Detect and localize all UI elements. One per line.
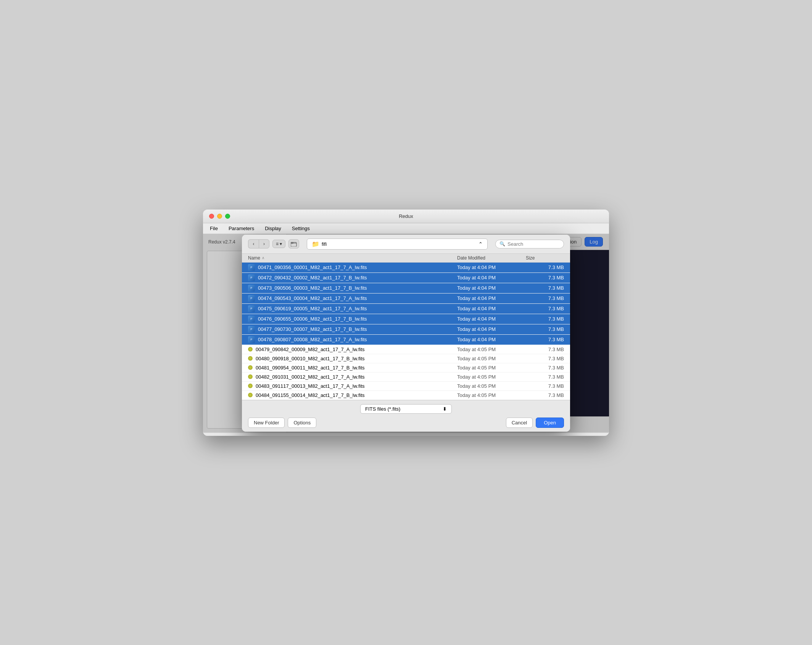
dialog-left-buttons: New Folder Options bbox=[248, 418, 316, 428]
file-size: 7.3 MB bbox=[526, 316, 564, 322]
file-dialog: ‹ › ≡ ▾ bbox=[242, 235, 570, 432]
folder-blue-icon: 📁 bbox=[312, 240, 319, 248]
table-row[interactable]: F 00477_090730_00007_M82_act1_17_7_B_lw.… bbox=[242, 324, 570, 335]
file-icon bbox=[248, 384, 253, 388]
file-name: 00476_090655_00006_M82_act1_17_7_B_lw.fi… bbox=[258, 316, 367, 322]
dialog-bottom-bar: FITS files (*.fits) ⬍ New Folder Options… bbox=[242, 400, 570, 432]
file-name: 00482_091031_00012_M82_act1_17_7_A_lw.fi… bbox=[256, 374, 365, 380]
file-date: Today at 4:04 PM bbox=[457, 275, 526, 281]
table-row[interactable]: 00482_091031_00012_M82_act1_17_7_A_lw.fi… bbox=[242, 372, 570, 382]
table-row[interactable]: 00479_090842_00009_M82_act1_17_7_A_lw.fi… bbox=[242, 345, 570, 354]
file-date: Today at 4:05 PM bbox=[457, 374, 526, 380]
file-size: 7.3 MB bbox=[526, 285, 564, 291]
maximize-button[interactable] bbox=[225, 214, 230, 219]
file-icon: F bbox=[248, 305, 255, 312]
location-name: 📁 fifi bbox=[312, 240, 327, 248]
file-name-cell: 00480_090918_00010_M82_act1_17_7_B_lw.fi… bbox=[248, 356, 457, 361]
file-size: 7.3 MB bbox=[526, 383, 564, 389]
file-name: 00480_090918_00010_M82_act1_17_7_B_lw.fi… bbox=[256, 356, 365, 361]
menu-bar: File Parameters Display Settings bbox=[203, 223, 609, 234]
file-icon: F bbox=[248, 326, 255, 333]
file-icon: F bbox=[248, 264, 255, 271]
file-name-cell: F 00474_090543_00004_M82_act1_17_7_A_lw.… bbox=[248, 295, 457, 302]
file-name: 00478_090807_00008_M82_act1_17_7_A_lw.fi… bbox=[258, 337, 367, 342]
file-icon: F bbox=[248, 316, 255, 322]
header-name[interactable]: Name ∧ bbox=[248, 255, 457, 261]
new-folder-button[interactable]: New Folder bbox=[248, 418, 285, 428]
table-row[interactable]: F 00476_090655_00006_M82_act1_17_7_B_lw.… bbox=[242, 314, 570, 324]
header-date[interactable]: Date Modified bbox=[457, 255, 526, 261]
file-type-select[interactable]: FITS files (*.fits) ⬍ bbox=[360, 404, 452, 414]
file-size: 7.3 MB bbox=[526, 326, 564, 332]
window-title: Redux bbox=[399, 213, 413, 219]
file-name-cell: 00484_091155_00014_M82_act1_17_7_B_lw.fi… bbox=[248, 392, 457, 398]
dialog-buttons: New Folder Options Cancel Open bbox=[248, 418, 564, 428]
file-size: 7.3 MB bbox=[526, 306, 564, 311]
file-size: 7.3 MB bbox=[526, 374, 564, 380]
header-size[interactable]: Size bbox=[526, 255, 564, 261]
open-button[interactable]: Open bbox=[536, 418, 564, 428]
view-button[interactable]: ≡ ▾ bbox=[272, 240, 285, 248]
menu-display[interactable]: Display bbox=[263, 225, 284, 232]
file-name: 00479_090842_00009_M82_act1_17_7_A_lw.fi… bbox=[256, 347, 365, 352]
file-name-cell: F 00471_090356_00001_M82_act1_17_7_A_lw.… bbox=[248, 264, 457, 271]
forward-button[interactable]: › bbox=[259, 239, 269, 248]
table-row[interactable]: F 00474_090543_00004_M82_act1_17_7_A_lw.… bbox=[242, 293, 570, 304]
search-input[interactable] bbox=[508, 241, 570, 247]
file-icon: F bbox=[248, 295, 255, 302]
main-window: Redux File Parameters Display Settings R… bbox=[203, 210, 609, 436]
file-name-cell: 00483_091117_00013_M82_act1_17_7_A_lw.fi… bbox=[248, 383, 457, 389]
options-button[interactable]: Options bbox=[288, 418, 316, 428]
file-name-cell: 00482_091031_00012_M82_act1_17_7_A_lw.fi… bbox=[248, 374, 457, 380]
file-name-cell: F 00472_090432_00002_M82_act1_17_7_B_lw.… bbox=[248, 274, 457, 281]
file-list[interactable]: F 00471_090356_00001_M82_act1_17_7_A_lw.… bbox=[242, 263, 570, 400]
new-folder-icon-button[interactable] bbox=[288, 239, 299, 248]
file-size: 7.3 MB bbox=[526, 356, 564, 361]
minimize-button[interactable] bbox=[217, 214, 222, 219]
file-name-cell: F 00476_090655_00006_M82_act1_17_7_B_lw.… bbox=[248, 316, 457, 322]
table-row[interactable]: 00483_091117_00013_M82_act1_17_7_A_lw.fi… bbox=[242, 382, 570, 391]
file-name: 00473_090506_00003_M82_act1_17_7_B_lw.fi… bbox=[258, 285, 367, 291]
file-name-cell: F 00477_090730_00007_M82_act1_17_7_B_lw.… bbox=[248, 326, 457, 333]
file-name: 00477_090730_00007_M82_act1_17_7_B_lw.fi… bbox=[258, 326, 367, 332]
file-date: Today at 4:04 PM bbox=[457, 306, 526, 311]
file-name: 00474_090543_00004_M82_act1_17_7_A_lw.fi… bbox=[258, 295, 367, 301]
table-row[interactable]: 00481_090954_00011_M82_act1_17_7_B_lw.fi… bbox=[242, 363, 570, 372]
menu-settings[interactable]: Settings bbox=[290, 225, 312, 232]
file-date: Today at 4:05 PM bbox=[457, 392, 526, 398]
close-button[interactable] bbox=[209, 214, 214, 219]
table-row[interactable]: F 00472_090432_00002_M82_act1_17_7_B_lw.… bbox=[242, 273, 570, 283]
folder-name: fifi bbox=[322, 241, 327, 247]
file-size: 7.3 MB bbox=[526, 365, 564, 371]
file-icon: F bbox=[248, 336, 255, 343]
table-row[interactable]: F 00471_090356_00001_M82_act1_17_7_A_lw.… bbox=[242, 263, 570, 273]
file-date: Today at 4:05 PM bbox=[457, 347, 526, 352]
dialog-right-buttons: Cancel Open bbox=[506, 418, 564, 428]
table-row[interactable]: F 00475_090619_00005_M82_act1_17_7_A_lw.… bbox=[242, 304, 570, 314]
file-name-cell: F 00473_090506_00003_M82_act1_17_7_B_lw.… bbox=[248, 285, 457, 292]
back-button[interactable]: ‹ bbox=[248, 239, 259, 248]
traffic-lights bbox=[209, 214, 230, 219]
table-row[interactable]: 00484_091155_00014_M82_act1_17_7_B_lw.fi… bbox=[242, 391, 570, 400]
cancel-button[interactable]: Cancel bbox=[506, 418, 533, 428]
menu-parameters[interactable]: Parameters bbox=[226, 225, 256, 232]
file-size: 7.3 MB bbox=[526, 347, 564, 352]
file-size: 7.3 MB bbox=[526, 392, 564, 398]
table-row[interactable]: 00480_090918_00010_M82_act1_17_7_B_lw.fi… bbox=[242, 354, 570, 363]
location-button[interactable]: 📁 fifi ⌃ bbox=[307, 239, 488, 250]
location-bar: 📁 fifi ⌃ bbox=[307, 239, 488, 250]
table-row[interactable]: F 00478_090807_00008_M82_act1_17_7_A_lw.… bbox=[242, 335, 570, 345]
stepper-arrows-icon: ⬍ bbox=[443, 406, 447, 412]
file-type-label: FITS files (*.fits) bbox=[365, 406, 400, 412]
file-date: Today at 4:05 PM bbox=[457, 356, 526, 361]
file-date: Today at 4:05 PM bbox=[457, 365, 526, 371]
table-row[interactable]: F 00473_090506_00003_M82_act1_17_7_B_lw.… bbox=[242, 283, 570, 293]
file-date: Today at 4:05 PM bbox=[457, 383, 526, 389]
file-date: Today at 4:04 PM bbox=[457, 326, 526, 332]
file-name: 00481_090954_00011_M82_act1_17_7_B_lw.fi… bbox=[256, 365, 365, 371]
app-content: Redux v2.7.4 File Information Log |== Re… bbox=[203, 234, 609, 432]
dialog-toolbar: ‹ › ≡ ▾ bbox=[242, 235, 570, 254]
file-icon bbox=[248, 356, 253, 361]
menu-file[interactable]: File bbox=[208, 225, 220, 232]
file-date: Today at 4:04 PM bbox=[457, 264, 526, 270]
